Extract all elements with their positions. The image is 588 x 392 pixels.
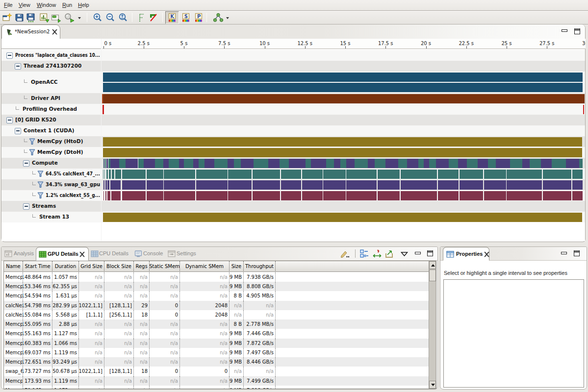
reset-marker-icon[interactable] [149,13,158,23]
table-row[interactable]: Memcpy173.93 ms1.119 msn/an/an/an/an/a9 … [4,376,429,386]
timeline-interval-kernel-calcnext47[interactable] [460,170,483,179]
timeline-interval-kernel-calcnext47[interactable] [438,170,459,179]
timeline-row-label-kernel-swap63[interactable]: 34.3% swap_63_gpu [46,181,100,187]
properties-maximize-button[interactable] [574,250,580,256]
group-columns-icon[interactable] [360,249,369,258]
import-session-icon[interactable] [51,13,61,23]
timeline-interval-compute[interactable] [566,159,580,168]
timeline-interval-compute[interactable] [334,159,340,168]
timeline-interval-kernel-calcnext47[interactable] [302,170,323,179]
timeline-tick-profiling-overhead[interactable] [583,105,584,114]
menu-window[interactable]: Window [37,2,56,8]
properties-tab-close-icon[interactable] [484,252,489,257]
timeline-splitter[interactable] [101,39,102,241]
details-maximize-button[interactable] [427,250,433,256]
timeline-row-label-compute[interactable]: Compute [32,160,58,166]
column-header-filler[interactable] [276,261,429,272]
timeline-ruler[interactable]: 0 s2.5 s5 s7.5 s10 s12.5 s15 s17.5 s20 s… [102,39,586,49]
timeline-interval-kernel-swap63[interactable] [572,180,583,190]
timeline-interval-compute[interactable] [510,159,522,168]
scroll-thumb[interactable] [429,270,436,281]
export-icon[interactable] [385,249,394,258]
timeline-maximize-button[interactable] [574,28,580,34]
timeline-interval-compute[interactable] [346,159,355,168]
timeline-interval-kernel-swap63[interactable] [281,180,301,190]
timeline-interval-compute[interactable] [355,159,368,168]
timeline-interval-kernel-calcnext47[interactable] [103,170,103,179]
timeline-interval-compute[interactable] [268,159,280,168]
tree-mode-dropdown-caret[interactable] [226,17,229,19]
timeline-interval-compute[interactable] [418,159,424,168]
menu-view[interactable]: View [19,2,30,8]
table-row[interactable]: swap_63173.727 ms50.678 µs[1022,1,1][128… [4,367,429,376]
timeline-interval-kernel-swap63[interactable] [253,180,281,190]
session-tab[interactable]: *NewSession2 [1,24,60,39]
timeline-interval-kernel-calcnext47[interactable] [323,170,346,179]
timeline-interval-compute[interactable] [375,159,385,168]
timeline-interval-kernel-calcnext47[interactable] [106,170,108,179]
timeline-interval-kernel-swap63[interactable] [543,180,571,190]
zoom-out-icon[interactable] [105,13,115,23]
timeline-interval-compute[interactable] [184,159,193,168]
tab-gpu-details[interactable]: GPU Details [36,247,89,261]
collapse-toggle-context-1[interactable] [15,128,21,134]
session-tab-close-icon[interactable] [52,29,57,35]
timeline-interval-kernel-calcnext55[interactable] [507,191,542,200]
save-as-icon[interactable] [26,13,36,23]
timeline-interval-kernel-calcnext55[interactable] [484,191,506,200]
collapse-toggle-thread[interactable] [15,63,21,70]
timeline-interval-compute[interactable] [241,159,253,168]
timeline-interval-kernel-calcnext47[interactable] [507,170,542,179]
timeline-interval-compute[interactable] [234,159,241,168]
marker-mode-icon[interactable] [137,13,147,23]
timeline-interval-compute[interactable] [169,159,179,168]
timeline-bar-memcpy-dtoh[interactable] [103,148,582,157]
timeline-interval-compute[interactable] [193,159,199,168]
timeline-interval-compute[interactable] [108,159,110,168]
tree-mode-icon[interactable] [213,13,224,23]
timeline-interval-compute[interactable] [144,159,155,168]
timeline-interval-compute[interactable] [179,159,184,168]
tab-settings[interactable]: Settings [164,247,199,261]
tab-cpu-details[interactable]: CPU Details [89,247,132,261]
properties-minimize-button[interactable] [561,252,567,254]
timeline-row-label-thread[interactable]: Thread 2741307200 [24,63,81,69]
tab-properties[interactable]: Properties [443,247,489,261]
timeline-interval-compute[interactable] [214,159,228,168]
collapse-toggle-process[interactable] [6,52,13,59]
timeline-row-label-context-1[interactable]: Context 1 (CUDA) [24,127,75,133]
timeline-interval-kernel-swap63[interactable] [302,180,323,190]
timeline-interval-compute[interactable] [449,159,458,168]
details-minimize-button[interactable] [415,252,421,254]
timeline-interval-kernel-calcnext47[interactable] [253,170,281,179]
timeline-row-label-driver-api[interactable]: Driver API [31,95,60,101]
filter-funnel-icon[interactable] [37,171,44,177]
timeline-interval-compute[interactable] [385,159,398,168]
timeline-interval-compute[interactable] [478,159,488,168]
table-row[interactable]: Memcpy160.383 ms1.066 msn/an/an/an/an/a9… [4,339,429,348]
zoom-fit-icon[interactable] [118,13,128,23]
timeline-interval-kernel-swap63[interactable] [105,180,106,190]
timeline-interval-kernel-swap63[interactable] [460,180,483,190]
filter-funnel-icon[interactable] [29,149,35,156]
timeline-interval-compute[interactable] [289,159,306,168]
timeline-interval-kernel-calcnext47[interactable] [543,170,571,179]
timeline-interval-compute[interactable] [579,159,583,168]
timeline-interval-kernel-swap63[interactable] [147,180,163,190]
view-menu-caret[interactable] [401,249,408,258]
timeline-bar-memcpy-htod[interactable] [103,137,582,147]
timeline-interval-kernel-calcnext55[interactable] [281,191,301,200]
column-header-dynamic-smem[interactable]: Dynamic SMem [180,261,230,272]
tab-analysis[interactable]: Analysis [2,247,36,261]
timeline-interval-compute[interactable] [488,159,496,168]
timeline-interval-kernel-calcnext47[interactable] [164,170,195,179]
timeline-interval-compute[interactable] [205,159,214,168]
timeline-row-label-openacc[interactable]: OpenACC [31,79,58,85]
timeline-interval-kernel-calcnext47[interactable] [484,170,506,179]
timeline-interval-compute[interactable] [155,159,164,168]
table-row[interactable]: calcNext154.798 ms282.99 µs[1022,1,1][12… [4,301,429,311]
timeline-interval-compute[interactable] [530,159,540,168]
timeline-interval-kernel-calcnext55[interactable] [572,191,583,200]
tab-gpu-details-close-icon[interactable] [79,252,85,257]
timeline-interval-kernel-calcnext55[interactable] [323,191,346,200]
